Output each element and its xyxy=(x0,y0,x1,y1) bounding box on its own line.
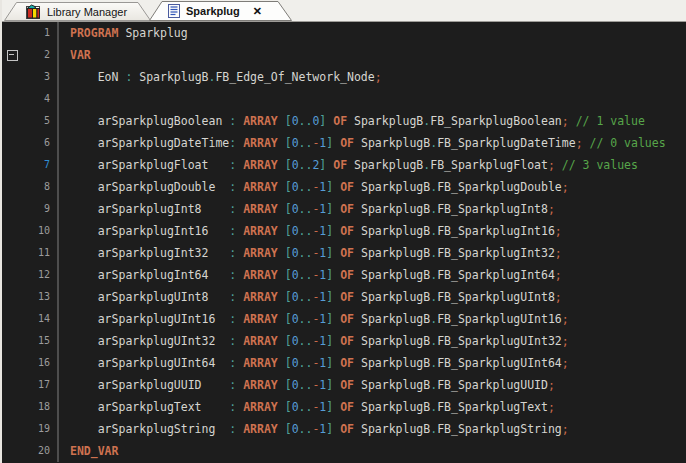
code-text: arSparkplugUInt64 : ARRAY [0..-1] OF Spa… xyxy=(57,352,686,374)
code-line[interactable]: 6 arSparkplugDateTime: ARRAY [0..-1] OF … xyxy=(2,132,686,154)
line-number: 14 xyxy=(2,308,57,330)
code-line[interactable]: 7 arSparkplugFloat : ARRAY [0..2] OF Spa… xyxy=(2,154,686,176)
code-line[interactable]: 3 EoN : SparkplugB.FB_Edge_Of_Network_No… xyxy=(2,66,686,88)
library-books-icon xyxy=(24,4,41,19)
code-line[interactable]: 12 arSparkplugInt64 : ARRAY [0..-1] OF S… xyxy=(2,264,686,286)
code-line[interactable]: 5 arSparkplugBoolean : ARRAY [0..0] OF S… xyxy=(2,110,686,132)
code-line[interactable]: 13 arSparkplugUInt8 : ARRAY [0..-1] OF S… xyxy=(2,286,686,308)
line-number: 5 xyxy=(2,110,57,132)
code-text: arSparkplugString : ARRAY [0..-1] OF Spa… xyxy=(57,418,686,440)
code-text: arSparkplugFloat : ARRAY [0..2] OF Spark… xyxy=(57,154,686,176)
code-line[interactable]: 11 arSparkplugInt32 : ARRAY [0..-1] OF S… xyxy=(2,242,686,264)
tab-sparkplug[interactable]: Sparkplug ✕ xyxy=(149,1,292,21)
document-icon xyxy=(168,4,180,18)
code-text: arSparkplugText : ARRAY [0..-1] OF Spark… xyxy=(57,396,686,418)
code-text: PROGRAM Sparkplug xyxy=(57,22,686,44)
code-line[interactable]: 15 arSparkplugUInt32 : ARRAY [0..-1] OF … xyxy=(2,330,686,352)
line-number: 3 xyxy=(2,66,57,88)
code-line[interactable]: 2VAR xyxy=(2,44,686,66)
tab-label: Library Manager xyxy=(47,6,127,18)
code-text: arSparkplugInt64 : ARRAY [0..-1] OF Spar… xyxy=(57,264,686,286)
code-line[interactable]: 4 xyxy=(2,88,686,110)
line-number: 11 xyxy=(2,242,57,264)
line-number: 7 xyxy=(2,154,57,176)
code-text xyxy=(57,88,686,110)
tab-label: Sparkplug xyxy=(186,5,240,17)
code-lines: 1PROGRAM Sparkplug2VAR3 EoN : SparkplugB… xyxy=(2,22,686,462)
line-number: 8 xyxy=(2,176,57,198)
code-line[interactable]: 19 arSparkplugString : ARRAY [0..-1] OF … xyxy=(2,418,686,440)
line-number: 19 xyxy=(2,418,57,440)
code-editor[interactable]: 1PROGRAM Sparkplug2VAR3 EoN : SparkplugB… xyxy=(2,22,686,463)
code-text: arSparkplugUInt8 : ARRAY [0..-1] OF Spar… xyxy=(57,286,686,308)
code-line[interactable]: 10 arSparkplugInt16 : ARRAY [0..-1] OF S… xyxy=(2,220,686,242)
close-tab-icon[interactable]: ✕ xyxy=(253,5,262,18)
code-text: arSparkplugUInt16 : ARRAY [0..-1] OF Spa… xyxy=(57,308,686,330)
code-line[interactable]: 9 arSparkplugInt8 : ARRAY [0..-1] OF Spa… xyxy=(2,198,686,220)
code-text: arSparkplugDouble : ARRAY [0..-1] OF Spa… xyxy=(57,176,686,198)
line-number: 13 xyxy=(2,286,57,308)
code-text: END_VAR xyxy=(57,440,686,462)
code-text: arSparkplugBoolean : ARRAY [0..0] OF Spa… xyxy=(57,110,686,132)
line-number: 17 xyxy=(2,374,57,396)
code-line[interactable]: 14 arSparkplugUInt16 : ARRAY [0..-1] OF … xyxy=(2,308,686,330)
code-text: EoN : SparkplugB.FB_Edge_Of_Network_Node… xyxy=(57,66,686,88)
tab-bar: Library Manager Sparkplug ✕ xyxy=(2,0,686,22)
line-number: 6 xyxy=(2,132,57,154)
code-line[interactable]: 16 arSparkplugUInt64 : ARRAY [0..-1] OF … xyxy=(2,352,686,374)
code-text: arSparkplugInt8 : ARRAY [0..-1] OF Spark… xyxy=(57,198,686,220)
line-number: 4 xyxy=(2,88,57,110)
line-number: 15 xyxy=(2,330,57,352)
line-number: 10 xyxy=(2,220,57,242)
code-line[interactable]: 1PROGRAM Sparkplug xyxy=(2,22,686,44)
line-number: 9 xyxy=(2,198,57,220)
code-line[interactable]: 20END_VAR xyxy=(2,440,686,462)
code-line[interactable]: 8 arSparkplugDouble : ARRAY [0..-1] OF S… xyxy=(2,176,686,198)
code-text: arSparkplugInt16 : ARRAY [0..-1] OF Spar… xyxy=(57,220,686,242)
fold-collapse-icon[interactable] xyxy=(7,50,18,61)
line-number: 20 xyxy=(2,440,57,462)
code-text: arSparkplugInt32 : ARRAY [0..-1] OF Spar… xyxy=(57,242,686,264)
code-text: arSparkplugDateTime: ARRAY [0..-1] OF Sp… xyxy=(57,132,686,154)
line-number: 18 xyxy=(2,396,57,418)
code-text: arSparkplugUUID : ARRAY [0..-1] OF Spark… xyxy=(57,374,686,396)
code-text: arSparkplugUInt32 : ARRAY [0..-1] OF Spa… xyxy=(57,330,686,352)
code-line[interactable]: 17 arSparkplugUUID : ARRAY [0..-1] OF Sp… xyxy=(2,374,686,396)
ide-window: Library Manager Sparkplug ✕ 1PROGR xyxy=(0,0,686,463)
line-number: 16 xyxy=(2,352,57,374)
line-number: 1 xyxy=(2,22,57,44)
tab-library-manager[interactable]: Library Manager xyxy=(4,2,151,21)
code-line[interactable]: 18 arSparkplugText : ARRAY [0..-1] OF Sp… xyxy=(2,396,686,418)
line-number: 12 xyxy=(2,264,57,286)
code-text: VAR xyxy=(57,44,686,66)
